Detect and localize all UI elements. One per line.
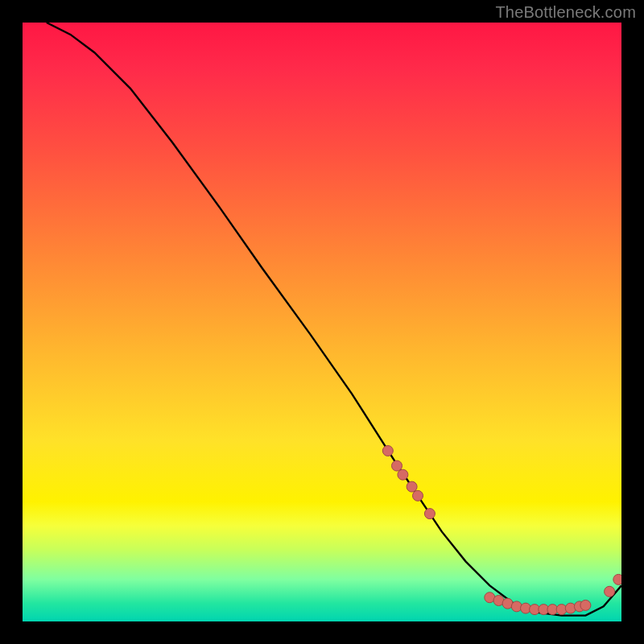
- series-curve: [47, 23, 621, 616]
- marker-point: [407, 481, 417, 492]
- marker-point: [613, 574, 621, 584]
- curve-svg: [23, 23, 621, 621]
- marker-point: [382, 446, 393, 456]
- scatter-markers: [382, 446, 621, 615]
- marker-point: [413, 490, 423, 501]
- marker-point: [424, 509, 435, 519]
- plot-area: [23, 23, 621, 621]
- marker-point: [580, 600, 591, 610]
- marker-point: [398, 469, 408, 480]
- watermark-text: TheBottleneck.com: [495, 3, 636, 22]
- marker-point: [605, 586, 615, 597]
- marker-point: [392, 460, 402, 471]
- chart-container: TheBottleneck.com: [0, 0, 644, 644]
- marker-point: [511, 601, 522, 612]
